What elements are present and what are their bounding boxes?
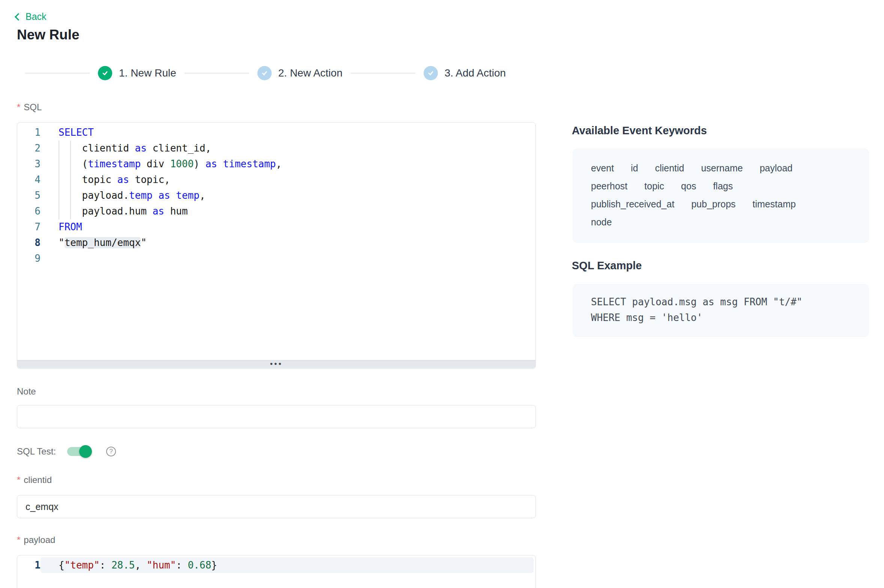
line-content: topic as topic, bbox=[41, 172, 534, 188]
back-chevron-icon bbox=[15, 13, 22, 21]
code-token bbox=[170, 190, 176, 201]
event-keyword: timestamp bbox=[753, 199, 796, 210]
clientid-label-text: clientid bbox=[24, 475, 52, 485]
payload-code-editor[interactable]: 1 {"temp": 28.5, "hum": 0.68} bbox=[17, 555, 536, 588]
step-check-circle bbox=[257, 66, 272, 80]
code-token: topic, bbox=[129, 174, 170, 185]
line-content: payload.temp as temp, bbox=[41, 188, 534, 203]
keyword-row: peerhost topic qos flags bbox=[591, 177, 858, 195]
line-number: 9 bbox=[17, 250, 41, 266]
sql-code-editor[interactable]: 1 SELECT 2 clientid as client_id, 3 (tim… bbox=[17, 122, 536, 369]
editor-resize-handle[interactable]: ••• bbox=[17, 360, 535, 368]
sql-example-line: WHERE msg = 'hello' bbox=[591, 310, 861, 326]
code-token: temp bbox=[176, 190, 200, 201]
code-token: as bbox=[135, 142, 147, 154]
code-token bbox=[217, 158, 223, 170]
event-keyword: username bbox=[701, 163, 743, 174]
wizard-stepper: 1. New Rule 2. New Action 3. Add Action bbox=[17, 66, 506, 80]
code-token: temp_hum/emqx bbox=[65, 237, 141, 248]
event-keyword: payload bbox=[760, 163, 793, 174]
required-asterisk: * bbox=[17, 102, 20, 112]
event-keyword: topic bbox=[644, 181, 664, 192]
line-content: FROM bbox=[41, 219, 534, 235]
sql-editor-lines: 1 SELECT 2 clientid as client_id, 3 (tim… bbox=[17, 124, 535, 266]
code-token bbox=[152, 190, 158, 201]
check-icon bbox=[427, 69, 434, 77]
event-keyword: pub_props bbox=[691, 199, 735, 210]
code-token: 0.68 bbox=[188, 560, 211, 571]
line-content: SELECT bbox=[41, 124, 534, 140]
line-number: 1 bbox=[17, 557, 41, 573]
code-line: 4 topic as topic, bbox=[17, 172, 535, 188]
line-number: 6 bbox=[17, 203, 41, 219]
sql-example-title: SQL Example bbox=[572, 260, 642, 272]
note-input[interactable] bbox=[17, 405, 536, 428]
sql-editor-body[interactable]: 1 SELECT 2 clientid as client_id, 3 (tim… bbox=[17, 123, 535, 360]
sql-test-toggle[interactable] bbox=[67, 447, 91, 456]
payload-editor-body[interactable]: 1 {"temp": 28.5, "hum": 0.68} bbox=[17, 555, 535, 573]
code-token: , bbox=[135, 560, 147, 571]
sql-test-label: SQL Test: bbox=[17, 446, 56, 457]
line-number: 8 bbox=[17, 235, 41, 250]
step-label: 1. New Rule bbox=[119, 67, 176, 79]
code-line: 1 {"temp": 28.5, "hum": 0.68} bbox=[17, 557, 535, 573]
code-token: topic bbox=[59, 174, 117, 185]
code-token: as bbox=[117, 174, 129, 185]
payload-editor-lines: 1 {"temp": 28.5, "hum": 0.68} bbox=[17, 557, 535, 573]
code-token: " bbox=[59, 237, 65, 248]
code-token: temp bbox=[129, 190, 153, 201]
line-number: 4 bbox=[17, 172, 41, 188]
wizard-step[interactable]: 3. Add Action bbox=[343, 66, 506, 80]
step-check-circle bbox=[424, 66, 438, 80]
wizard-step[interactable]: 2. New Action bbox=[176, 66, 343, 80]
code-line: 8 "temp_hum/emqx" bbox=[17, 235, 535, 250]
check-icon bbox=[261, 69, 268, 77]
code-line: 3 (timestamp div 1000) as timestamp, bbox=[17, 156, 535, 172]
step-label: 3. Add Action bbox=[445, 67, 506, 79]
code-token: payload. bbox=[59, 190, 129, 201]
wizard-step[interactable]: 1. New Rule bbox=[17, 66, 176, 80]
code-line: 6 payload.hum as hum bbox=[17, 203, 535, 219]
note-field-label: Note bbox=[17, 386, 36, 397]
line-content: (timestamp div 1000) as timestamp, bbox=[41, 156, 534, 172]
required-asterisk: * bbox=[17, 535, 20, 545]
event-keyword: clientid bbox=[655, 163, 684, 174]
line-number: 5 bbox=[17, 188, 41, 203]
back-label: Back bbox=[26, 11, 47, 22]
code-token: SELECT bbox=[59, 127, 94, 138]
note-label-text: Note bbox=[17, 386, 36, 397]
keywords-panel: event id clientid username payload peerh… bbox=[573, 148, 869, 243]
line-number: 2 bbox=[17, 140, 41, 156]
sql-label-text: SQL bbox=[24, 102, 42, 112]
code-token: " bbox=[141, 237, 147, 248]
code-token: as bbox=[158, 190, 170, 201]
code-line: 9 bbox=[17, 250, 535, 266]
code-token: , bbox=[200, 190, 206, 201]
back-link[interactable]: Back bbox=[16, 11, 47, 22]
code-token: payload.hum bbox=[59, 206, 152, 217]
line-content: payload.hum as hum bbox=[41, 203, 534, 219]
code-token: as bbox=[205, 158, 217, 170]
code-line: 2 clientid as client_id, bbox=[17, 140, 535, 156]
line-content bbox=[41, 250, 534, 266]
event-keyword: event bbox=[591, 163, 614, 174]
resize-dots-icon: ••• bbox=[270, 362, 283, 366]
code-line: 5 payload.temp as temp, bbox=[17, 188, 535, 203]
code-token: } bbox=[211, 560, 217, 571]
step-label: 2. New Action bbox=[278, 67, 343, 79]
line-number: 1 bbox=[17, 124, 41, 140]
sql-test-row: SQL Test: ? bbox=[17, 445, 116, 458]
sql-field-label: * SQL bbox=[17, 102, 42, 112]
page-title: New Rule bbox=[17, 27, 80, 43]
clientid-input[interactable] bbox=[17, 495, 536, 518]
code-token: ) bbox=[194, 158, 205, 170]
line-content: {"temp": 28.5, "hum": 0.68} bbox=[41, 557, 534, 573]
indent-guide bbox=[59, 141, 59, 219]
payload-field-label: * payload bbox=[17, 535, 55, 545]
help-icon[interactable]: ? bbox=[106, 447, 116, 456]
line-content: clientid as client_id, bbox=[41, 140, 534, 156]
event-keyword: qos bbox=[681, 181, 696, 192]
event-keyword: publish_received_at bbox=[591, 199, 674, 210]
code-token: ( bbox=[59, 158, 88, 170]
keyword-row: node bbox=[591, 213, 858, 231]
